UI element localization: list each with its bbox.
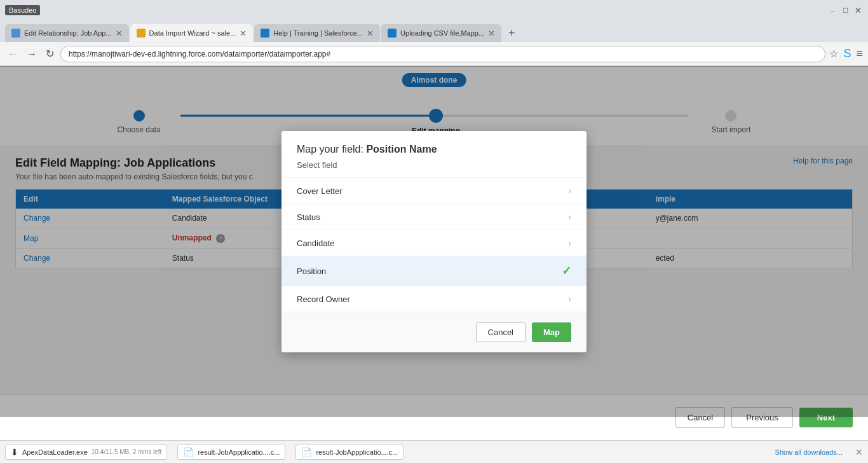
new-tab-button[interactable]: + [503,24,520,42]
downloads-close-icon[interactable]: ✕ [855,447,863,457]
tab-label-1: Edit Relationship: Job App... [24,29,112,37]
user-badge: Basudeo [5,5,40,15]
field-list: Cover Letter › Status › Candidate › Posi… [281,178,587,312]
download-icon-2: 📄 [183,447,194,457]
tab-2[interactable]: Data Import Wizard ~ sale... ✕ [130,24,254,42]
field-arrow-cover-letter: › [568,186,571,196]
modal-field-name: Position Name [366,144,437,155]
field-item-cover-letter[interactable]: Cover Letter › [281,178,587,204]
minimize-button[interactable]: – [827,5,837,15]
tab-3[interactable]: Help | Training | Salesforce... ✕ [254,24,380,42]
download-item-1[interactable]: ⬇ ApexDataLoader.exe 10.4/11.5 MB, 2 min… [5,445,167,460]
field-label-candidate: Candidate [297,238,334,248]
modal-overlay: Map your field: Position Name Select fie… [0,66,868,417]
tab-close-4[interactable]: ✕ [488,29,495,38]
map-button[interactable]: Map [532,322,571,342]
modal-header: Map your field: Position Name Select fie… [281,131,587,178]
field-arrow-candidate: › [568,238,571,248]
tabs-bar: Edit Relationship: Job App... ✕ Data Imp… [0,20,868,42]
downloads-bar: ⬇ ApexDataLoader.exe 10.4/11.5 MB, 2 min… [0,440,868,463]
tab-close-3[interactable]: ✕ [367,29,374,38]
maximize-button[interactable]: ☐ [840,5,850,15]
address-input[interactable] [60,46,825,62]
download-icon-3: 📄 [301,447,312,457]
cancel-button[interactable]: Cancel [476,322,526,342]
modal-body: Cover Letter › Status › Candidate › Posi… [281,178,587,312]
download-label-2: result-JobAppplicatio....c... [198,448,280,456]
field-item-status[interactable]: Status › [281,204,587,230]
modal-title-prefix: Map your field: [297,144,366,155]
tab-4[interactable]: Uploading CSV file,Mapp... ✕ [381,24,501,42]
field-label-position: Position [297,266,326,276]
download-size-1: 10.4/11.5 MB, 2 mins left [92,448,162,455]
field-item-candidate[interactable]: Candidate › [281,230,587,256]
bookmark-icon[interactable]: ☆ [829,48,838,60]
field-item-position[interactable]: Position ✓ [281,256,587,286]
modal-dialog: Map your field: Position Name Select fie… [281,131,587,352]
tab-1[interactable]: Edit Relationship: Job App... ✕ [5,24,129,42]
address-bar: ← → ↻ ☆ S ≡ [0,42,868,66]
tab-close-1[interactable]: ✕ [116,29,123,38]
tab-label-4: Uploading CSV file,Mapp... [400,29,484,37]
tab-label-2: Data Import Wizard ~ sale... [149,29,236,37]
tab-favicon-3 [261,29,269,38]
download-icon-1: ⬇ [11,447,18,457]
tab-favicon-4 [388,29,397,38]
field-item-record-owner[interactable]: Record Owner › [281,286,587,312]
tab-favicon-2 [137,29,146,38]
forward-button[interactable]: → [24,47,39,61]
field-arrow-record-owner: › [568,294,571,304]
download-item-2[interactable]: 📄 result-JobAppplicatio....c... [177,445,285,460]
tab-close-2[interactable]: ✕ [240,29,247,38]
field-label-cover-letter: Cover Letter [297,186,342,196]
field-check-position: ✓ [562,264,571,278]
modal-select-label: Select field [297,160,571,170]
download-label-1: ApexDataLoader.exe [22,448,88,456]
tab-favicon-1 [11,29,20,38]
menu-icon[interactable]: ≡ [856,47,863,60]
modal-title: Map your field: Position Name [297,144,571,155]
download-label-3: result-JobAppplicatio....c... [316,448,398,456]
show-all-downloads[interactable]: Show all downloads... [775,448,843,456]
skype-icon[interactable]: S [843,47,851,60]
field-arrow-status: › [568,212,571,222]
field-label-status: Status [297,212,320,222]
back-button[interactable]: ← [5,47,20,61]
tab-label-3: Help | Training | Salesforce... [273,29,363,37]
refresh-button[interactable]: ↻ [43,46,57,61]
close-button[interactable]: ✕ [853,5,863,15]
modal-footer: Cancel Map [281,312,587,352]
field-label-record-owner: Record Owner [297,294,350,304]
download-item-3[interactable]: 📄 result-JobAppplicatio....c... [295,445,403,460]
